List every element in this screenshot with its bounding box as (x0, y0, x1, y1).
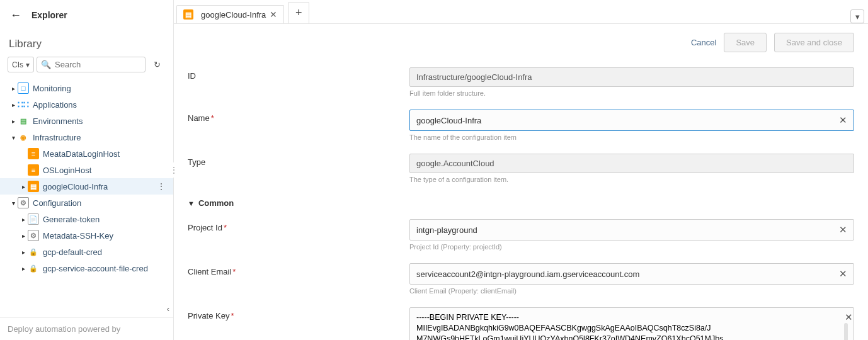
caret-icon: ▸ (9, 118, 18, 125)
environment-icon: ▤ (18, 115, 29, 127)
search-input[interactable] (55, 60, 141, 69)
clear-icon[interactable]: ✕ (834, 268, 847, 280)
item-menu-button[interactable]: ⋮ (154, 181, 168, 191)
caret-icon: ▸ (9, 85, 18, 92)
main-panel: ▤ googleCloud-Infra ✕ + ▾ Cancel Save Sa… (174, 0, 868, 340)
row-private-key: Private Key* ✕ Private Key (Property: pr… (188, 301, 854, 340)
project-label: Project Id (188, 223, 222, 232)
row-project: Project Id* ✕ Project Id (Property: proj… (188, 213, 854, 257)
clear-icon[interactable]: ✕ (840, 312, 853, 323)
clear-icon[interactable]: ✕ (834, 224, 847, 235)
tree-label: Infrastructure (33, 133, 81, 142)
pkey-textarea[interactable] (410, 308, 838, 340)
email-input[interactable] (416, 269, 834, 279)
host-icon: ≡ (28, 148, 39, 159)
tree-item-applications[interactable]: ▸ ∷∷ Applications (0, 96, 173, 113)
tree-label: Environments (33, 116, 83, 126)
row-email: Client Email* ✕ Client Email (Property: … (188, 257, 854, 301)
infrastructure-icon: ◉ (18, 132, 29, 143)
sidebar: ← Explorer Library CIs ▾ 🔍 ↻ ▸ □ Monitor… (0, 0, 174, 340)
required-icon: * (232, 267, 236, 276)
tree-label: Generate-token (43, 215, 100, 224)
name-input[interactable] (416, 116, 834, 125)
project-input[interactable] (416, 225, 834, 235)
lock-icon: 🔒 (28, 246, 39, 258)
tree-item-gcloud[interactable]: ▸ ▤ googleCloud-Infra ⋮ (0, 178, 173, 195)
config-icon: ⚙ (18, 197, 29, 208)
clear-icon[interactable]: ✕ (834, 115, 847, 126)
form-area: ID Infrastructure/googleCloud-Infra Full… (174, 57, 868, 340)
cancel-button[interactable]: Cancel (691, 38, 716, 47)
tree-item-oslogin[interactable]: ≡ OSLoginHost (0, 162, 173, 178)
tree-label: gcp-default-cred (43, 247, 102, 257)
tree-item-environments[interactable]: ▸ ▤ Environments (0, 113, 173, 129)
footer-text: Deploy automation powered by (0, 317, 173, 340)
chevron-down-icon: ▾ (26, 60, 30, 69)
name-hint: The name of the configuration item (409, 133, 854, 141)
required-icon: * (211, 113, 214, 123)
caret-down-icon: ▾ (9, 200, 18, 207)
tree-item-sshkey[interactable]: ▸ ⚙ Metadata-SSH-Key (0, 227, 173, 244)
project-field-wrap: ✕ (409, 219, 854, 241)
filter-row: CIs ▾ 🔍 ↻ (0, 57, 173, 77)
caret-icon: ▸ (19, 183, 28, 190)
row-type: Type google.AccountCloud The type of a c… (188, 147, 854, 190)
section-common[interactable]: ▼ Common (188, 190, 854, 213)
search-box[interactable]: 🔍 (37, 57, 146, 72)
section-label: Common (198, 198, 234, 208)
pkey-label: Private Key (188, 311, 229, 320)
cls-dropdown[interactable]: CIs ▾ (8, 57, 34, 72)
pkey-field-wrap: ✕ (409, 307, 854, 340)
gcloud-icon: ▤ (183, 9, 193, 20)
refresh-button[interactable]: ↻ (148, 57, 166, 72)
tree-item-gentoken[interactable]: ▸ 📄 Generate-token (0, 211, 173, 227)
gcloud-icon: ▤ (28, 181, 39, 192)
row-id: ID Infrastructure/googleCloud-Infra Full… (188, 61, 854, 103)
type-hint: The type of a configuration item. (409, 176, 854, 183)
back-arrow-icon[interactable]: ← (10, 9, 21, 22)
caret-icon: ▸ (19, 232, 28, 239)
chevron-down-icon: ▼ (188, 200, 195, 207)
id-hint: Full item folder structure. (409, 89, 854, 97)
tab-label: googleCloud-Infra (201, 10, 266, 20)
email-hint: Client Email (Property: clientEmail) (409, 287, 854, 295)
email-field-wrap: ✕ (409, 263, 854, 285)
add-tab-button[interactable]: + (288, 2, 309, 23)
required-icon: * (231, 311, 234, 320)
tree-label: googleCloud-Infra (43, 182, 108, 191)
close-tab-icon[interactable]: ✕ (270, 10, 277, 19)
tabs-dropdown-button[interactable]: ▾ (850, 9, 864, 23)
tree-item-defaultcred[interactable]: ▸ 🔒 gcp-default-cred (0, 244, 173, 260)
caret-icon: ▸ (9, 101, 18, 108)
tree-item-infrastructure[interactable]: ▾ ◉ Infrastructure (0, 129, 173, 145)
caret-down-icon: ▾ (9, 134, 18, 141)
type-label: Type (188, 154, 409, 167)
save-close-button[interactable]: Save and close (774, 33, 854, 52)
lock-icon: 🔒 (28, 263, 39, 274)
tree-label: Monitoring (33, 84, 71, 93)
monitor-icon: □ (18, 82, 29, 94)
caret-icon: ▸ (19, 216, 28, 223)
tree-item-configuration[interactable]: ▾ ⚙ Configuration (0, 195, 173, 211)
email-label: Client Email (188, 267, 231, 276)
collapse-sidebar-button[interactable]: ‹ (0, 300, 173, 317)
tree-item-meatadata[interactable]: ≡ MeataDataLoginHost (0, 145, 173, 162)
apps-icon: ∷∷ (18, 99, 29, 110)
tree-label: gcp-service-account-file-cred (43, 264, 148, 273)
cls-label: CIs (12, 60, 23, 69)
host-icon: ≡ (28, 164, 39, 176)
scrollbar[interactable] (844, 323, 848, 340)
save-button[interactable]: Save (724, 33, 767, 52)
name-label: Name (188, 113, 210, 123)
caret-icon: ▸ (19, 249, 28, 256)
tree-item-filecred[interactable]: ▸ 🔒 gcp-service-account-file-cred (0, 260, 173, 276)
tree-label: Configuration (33, 198, 81, 208)
id-field: Infrastructure/googleCloud-Infra (409, 67, 854, 87)
tree-item-monitoring[interactable]: ▸ □ Monitoring (0, 80, 173, 96)
tab-gcloud[interactable]: ▤ googleCloud-Infra ✕ (176, 5, 284, 23)
action-bar: Cancel Save Save and close (174, 24, 868, 57)
explorer-header: ← Explorer (0, 0, 173, 30)
project-hint: Project Id (Property: projectId) (409, 243, 854, 251)
tree-label: MeataDataLoginHost (43, 149, 120, 159)
tree-label: Applications (33, 100, 77, 110)
